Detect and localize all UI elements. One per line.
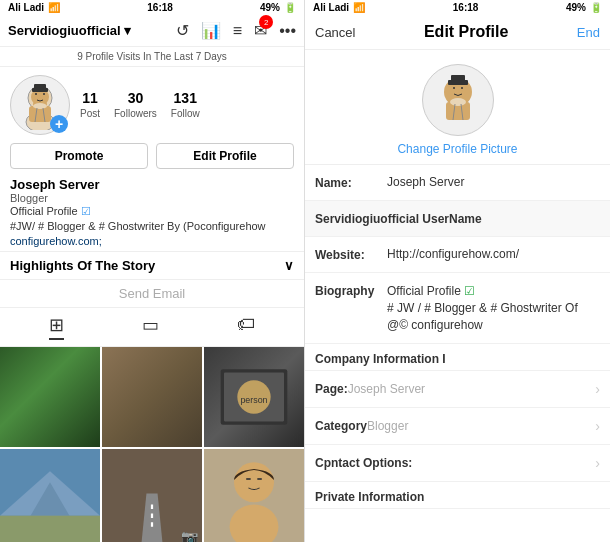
message-badge: 2	[259, 15, 273, 29]
photo-cell-4[interactable]	[0, 449, 100, 542]
avatar-wrap: +	[10, 75, 70, 135]
profile-name: Joseph Server	[10, 177, 294, 192]
bio-text: Official Profile	[10, 205, 78, 217]
message-icon[interactable]: ✉ 2	[254, 21, 267, 40]
left-navbar: Servidiogiuofficial ▾ ↺ 📊 ≡ ✉ 2 •••	[0, 15, 304, 47]
chevron-down-icon: ▾	[124, 23, 131, 38]
left-panel: Ali Ladi 📶 16:18 49% 🔋 Servidiogiuoffici…	[0, 0, 305, 542]
cancel-button[interactable]: Cancel	[315, 25, 355, 40]
category-label: Category	[315, 419, 367, 433]
website-label: Website:	[315, 247, 387, 262]
page-value: Joseph Server	[348, 382, 425, 396]
send-email-text: Send Email	[119, 286, 185, 301]
chart-icon[interactable]: 📊	[201, 21, 221, 40]
category-row[interactable]: Category Blogger ›	[305, 408, 610, 445]
svg-rect-31	[451, 75, 465, 82]
photo-cell-6[interactable]	[204, 449, 304, 542]
right-panel: Ali Ladi 📶 16:18 49% 🔋 Cancel Edit Profi…	[305, 0, 610, 542]
carrier-label: Ali Ladi	[8, 2, 44, 13]
right-status-left: Ali Ladi 📶	[313, 2, 365, 13]
profile-link[interactable]: configurehow.com;	[10, 235, 294, 247]
left-status-bar: Ali Ladi 📶 16:18 49% 🔋	[0, 0, 304, 15]
right-time: 16:18	[453, 2, 479, 13]
photo-cell-3[interactable]: person	[204, 347, 304, 447]
left-status-right: 49% 🔋	[260, 2, 296, 13]
stats-row: 11 Post 30 Followers 131 Follow	[80, 90, 200, 120]
followers-stat: 30 Followers	[114, 90, 157, 120]
end-button[interactable]: End	[577, 25, 600, 40]
photo-cell-2[interactable]	[102, 347, 202, 447]
right-navbar: Cancel Edit Profile End	[305, 15, 610, 50]
page-row[interactable]: Page: Joseph Server ›	[305, 371, 610, 408]
biography-field-row: Biography Official Profile ☑ # JW / # Bl…	[305, 273, 610, 344]
send-email[interactable]: Send Email	[0, 280, 304, 308]
name-field-row: Name: Joseph Server	[305, 165, 610, 201]
name-value[interactable]: Joseph Server	[387, 175, 600, 189]
category-arrow-icon: ›	[595, 418, 600, 434]
account-name[interactable]: Servidiogiuofficial ▾	[8, 23, 131, 38]
biography-value[interactable]: Official Profile ☑ # JW / # Blogger & # …	[387, 283, 600, 333]
wifi-icon: 📶	[48, 2, 60, 13]
biography-label: Biography	[315, 283, 387, 298]
photo-cell-1[interactable]	[0, 347, 100, 447]
contact-options-row[interactable]: Cpntact Options: ›	[305, 445, 610, 482]
verified-icon: ☑	[81, 204, 91, 219]
list-view-icon[interactable]: ▭	[142, 314, 159, 340]
svg-text:person: person	[240, 394, 267, 404]
action-buttons: Promote Edit Profile	[0, 143, 304, 177]
company-info-header: Company Information I	[305, 344, 610, 371]
left-time: 16:18	[147, 2, 173, 13]
svg-point-35	[450, 98, 466, 106]
page-arrow-icon: ›	[595, 381, 600, 397]
view-toggle: ⊞ ▭ 🏷	[0, 308, 304, 347]
post-count: 11	[80, 90, 100, 106]
right-battery-percent: 49%	[566, 2, 586, 13]
change-profile-pic-text[interactable]: Change Profile Picture	[397, 142, 517, 156]
followers-count: 30	[114, 90, 157, 106]
promote-button[interactable]: Promote	[10, 143, 148, 169]
grid-view-icon[interactable]: ⊞	[49, 314, 64, 340]
edit-avatar	[422, 64, 494, 136]
left-status-left: Ali Ladi 📶	[8, 2, 60, 13]
edit-avatar-section[interactable]: Change Profile Picture	[305, 50, 610, 165]
profile-visits-bar: 9 Profile Visits In The Last 7 Days	[0, 47, 304, 67]
battery-icon-left: 🔋	[284, 2, 296, 13]
website-field-row: Website: Http://configurehow.com/	[305, 237, 610, 273]
edit-profile-title: Edit Profile	[424, 23, 508, 41]
photo-cell-5[interactable]: 📷	[102, 449, 202, 542]
camera-overlay-icon: 📷	[181, 529, 198, 542]
page-label: Page:	[315, 382, 348, 396]
name-label: Name:	[315, 175, 387, 190]
stats-container: 11 Post 30 Followers 131 Follow	[80, 90, 200, 120]
contact-label: Cpntact Options:	[315, 456, 412, 470]
following-count: 131	[171, 90, 200, 106]
photo-grid: person 📷	[0, 347, 304, 542]
tagged-view-icon[interactable]: 🏷	[237, 314, 255, 340]
contact-arrow-icon: ›	[595, 455, 600, 471]
mountain-image	[0, 449, 100, 542]
bio-text2: #JW/ # Blogger & # Ghostwriter By (Pocon…	[10, 220, 266, 232]
profile-visits-text: 9 Profile Visits In The Last 7 Days	[77, 51, 227, 62]
highlights-bar[interactable]: Highlights Of The Story ∨	[0, 251, 304, 280]
profile-info: Joseph Server Blogger Official Profile ☑…	[0, 177, 304, 251]
list-icon[interactable]: ≡	[233, 22, 242, 40]
book-image: person	[204, 347, 304, 447]
svg-point-7	[33, 103, 47, 109]
more-icon[interactable]: •••	[279, 22, 296, 40]
following-stat: 131 Follow	[171, 90, 200, 120]
svg-point-24	[234, 462, 274, 502]
right-status-right: 49% 🔋	[566, 2, 602, 13]
category-value: Blogger	[367, 419, 408, 433]
username-field-row: Servidiogiuofficial UserName	[305, 201, 610, 237]
followers-label: Followers	[114, 108, 157, 119]
website-value[interactable]: Http://configurehow.com/	[387, 247, 600, 261]
add-avatar-button[interactable]: +	[50, 115, 68, 133]
edit-profile-button[interactable]: Edit Profile	[156, 143, 294, 169]
svg-rect-9	[34, 84, 46, 90]
right-battery-icon: 🔋	[590, 2, 602, 13]
right-carrier: Ali Ladi	[313, 2, 349, 13]
history-icon[interactable]: ↺	[176, 21, 189, 40]
post-label: Post	[80, 108, 100, 119]
nav-icons: ↺ 📊 ≡ ✉ 2 •••	[176, 21, 296, 40]
profile-row: + 11 Post 30 Followers 131 Follow	[0, 67, 304, 143]
